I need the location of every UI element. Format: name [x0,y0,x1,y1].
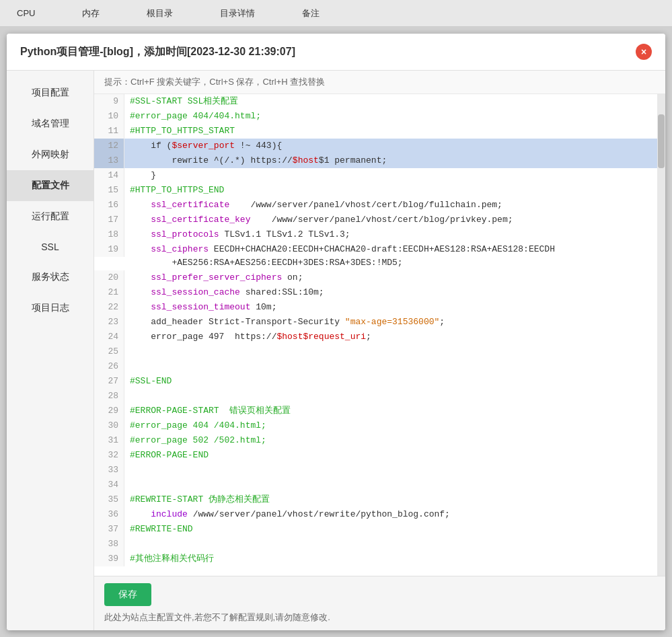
line-content-35: #REWRITE-START 伪静态相关配置 [124,492,657,507]
sidebar-item-external-map[interactable]: 外网映射 [7,139,94,170]
line-num-32: 32 [94,448,124,463]
line-num-31: 31 [94,433,124,448]
line-num-13: 13 [94,153,124,168]
line-content-11: #HTTP_TO_HTTPS_START [124,124,657,139]
line-content-36: include /www/server/panel/vhost/rewrite/… [124,507,657,522]
line-content-37: #REWRITE-END [124,522,657,537]
line-content-13: rewrite ^(/.*) https://$host$1 permanent… [124,153,657,168]
code-line-13: 13 rewrite ^(/.*) https://$host$1 perman… [94,153,657,168]
code-line-19: 19 ssl_ciphers EECDH+CHACHA20:EECDH+CHAC… [94,242,657,270]
line-num-24: 24 [94,330,124,344]
code-line-31: 31 #error_page 502 /502.html; [94,433,657,448]
line-num-19: 19 [94,242,124,257]
line-content-21: ssl_session_cache shared:SSL:10m; [124,285,657,300]
line-num-25: 25 [94,344,124,359]
line-num-20: 20 [94,270,124,285]
line-num-23: 23 [94,315,124,330]
top-navigation: CPU 内存 根目录 目录详情 备注 [0,0,672,27]
code-line-16: 16 ssl_certificate /www/server/panel/vho… [94,198,657,213]
line-num-36: 36 [94,507,124,522]
line-content-19: ssl_ciphers EECDH+CHACHA20:EECDH+CHACHA2… [124,242,657,270]
line-content-31: #error_page 502 /502.html; [124,433,657,448]
code-line-21: 21 ssl_session_cache shared:SSL:10m; [94,285,657,300]
scrollbar-track[interactable] [657,94,665,576]
save-button[interactable]: 保存 [104,583,151,606]
line-content-10: #error_page 404/404.html; [124,109,657,124]
code-line-18: 18 ssl_protocols TLSv1.1 TLSv1.2 TLSv1.3… [94,227,657,242]
nav-dirdetail[interactable]: 目录详情 [217,1,258,26]
code-line-17: 17 ssl_certificate_key /www/server/panel… [94,213,657,227]
code-line-26: 26 [94,359,657,374]
line-num-34: 34 [94,478,124,492]
line-content-17: ssl_certificate_key /www/server/panel/vh… [124,213,657,227]
line-num-17: 17 [94,213,124,227]
code-line-10: 10 #error_page 404/404.html; [94,109,657,124]
line-content-30: #error_page 404 /404.html; [124,418,657,433]
line-content-20: ssl_prefer_server_ciphers on; [124,270,657,285]
code-line-37: 37 #REWRITE-END [94,522,657,537]
code-line-20: 20 ssl_prefer_server_ciphers on; [94,270,657,285]
line-content-39: #其他注释相关代码行 [124,552,657,566]
line-content-23: add_header Strict-Transport-Security "ma… [124,315,657,330]
modal-header: Python项目管理-[blog]，添加时间[2023-12-30 21:39:… [7,34,665,71]
line-content-29: #ERROR-PAGE-START 错误页相关配置 [124,404,657,418]
line-num-35: 35 [94,492,124,507]
content-area: 提示：Ctrl+F 搜索关键字，Ctrl+S 保存，Ctrl+H 查找替换 9 … [94,71,665,630]
code-line-24: 24 error_page 497 https://$host$request_… [94,330,657,344]
code-line-11: 11 #HTTP_TO_HTTPS_START [94,124,657,139]
line-num-16: 16 [94,198,124,213]
sidebar-item-project-log[interactable]: 项目日志 [7,293,94,324]
code-line-29: 29 #ERROR-PAGE-START 错误页相关配置 [94,404,657,418]
line-content-18: ssl_protocols TLSv1.1 TLSv1.2 TLSv1.3; [124,227,657,242]
line-num-11: 11 [94,124,124,139]
line-content-14: } [124,168,657,183]
nav-notes[interactable]: 备注 [299,1,323,26]
code-line-38: 38 [94,537,657,552]
code-line-36: 36 include /www/server/panel/vhost/rewri… [94,507,657,522]
close-button[interactable]: × [636,44,652,60]
code-scroll-area[interactable]: 9 #SSL-START SSL相关配置 10 #error_page 404/… [94,94,657,576]
code-line-32: 32 #ERROR-PAGE-END [94,448,657,463]
nav-rootdir[interactable]: 根目录 [143,1,176,26]
sidebar-item-project-config[interactable]: 项目配置 [7,77,94,108]
nav-memory[interactable]: 内存 [79,1,103,26]
sidebar-item-config-file[interactable]: 配置文件 [7,170,94,201]
hint-bar: 提示：Ctrl+F 搜索关键字，Ctrl+S 保存，Ctrl+H 查找替换 [94,71,665,94]
line-num-29: 29 [94,404,124,418]
sidebar-item-run-config[interactable]: 运行配置 [7,201,94,232]
line-content-38 [124,537,657,552]
line-content-24: error_page 497 https://$host$request_uri… [124,330,657,344]
line-num-21: 21 [94,285,124,300]
line-num-12: 12 [94,139,124,153]
line-content-26 [124,359,657,374]
line-num-22: 22 [94,300,124,315]
code-line-15: 15 #HTTP_TO_HTTPS_END [94,183,657,198]
sidebar-item-service-status[interactable]: 服务状态 [7,262,94,293]
scrollbar-thumb[interactable] [658,114,665,168]
code-line-35: 35 #REWRITE-START 伪静态相关配置 [94,492,657,507]
code-line-12: 12 if ($server_port !~ 443){ [94,139,657,153]
line-content-25 [124,344,657,359]
bottom-hint: 此处为站点主配置文件,若您不了解配置规则,请勿随意修改. [104,611,655,624]
modal-body: 项目配置 域名管理 外网映射 配置文件 运行配置 SSL 服务状态 项目日志 提… [7,71,665,630]
line-num-37: 37 [94,522,124,537]
modal-title: Python项目管理-[blog]，添加时间[2023-12-30 21:39:… [20,45,295,59]
sidebar-item-ssl[interactable]: SSL [7,232,94,262]
line-num-15: 15 [94,183,124,198]
code-line-28: 28 [94,389,657,404]
line-num-26: 26 [94,359,124,374]
code-line-27: 27 #SSL-END [94,374,657,389]
code-line-33: 33 [94,463,657,478]
code-line-14: 14 } [94,168,657,183]
line-content-33 [124,463,657,478]
code-line-22: 22 ssl_session_timeout 10m; [94,300,657,315]
nav-cpu[interactable]: CPU [13,1,38,25]
sidebar: 项目配置 域名管理 外网映射 配置文件 运行配置 SSL 服务状态 项目日志 [7,71,94,630]
code-line-39: 39 #其他注释相关代码行 [94,552,657,566]
modal-container: Python项目管理-[blog]，添加时间[2023-12-30 21:39:… [7,34,665,630]
line-num-38: 38 [94,537,124,552]
line-num-18: 18 [94,227,124,242]
line-content-27: #SSL-END [124,374,657,389]
line-num-33: 33 [94,463,124,478]
sidebar-item-domain[interactable]: 域名管理 [7,108,94,139]
